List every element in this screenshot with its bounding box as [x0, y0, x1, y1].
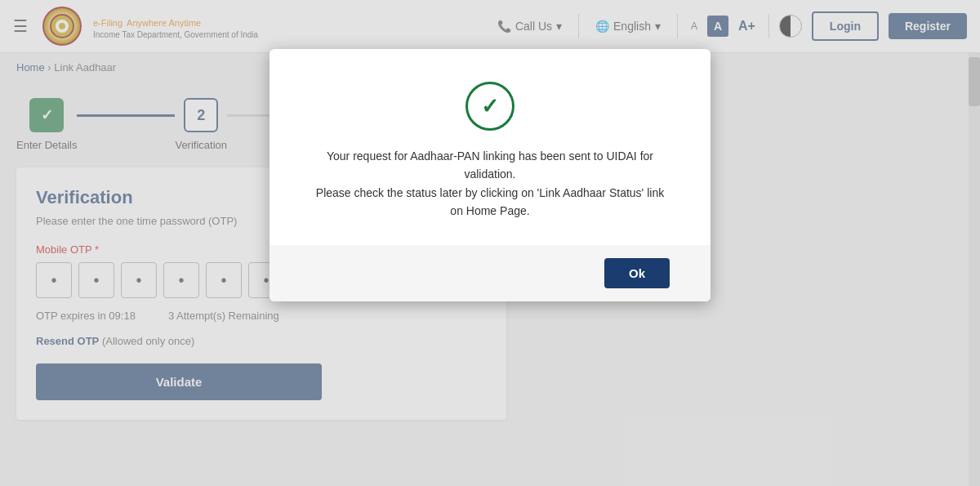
modal-ok-button[interactable]: Ok	[604, 258, 670, 288]
modal-body: ✓ Your request for Aadhaar-PAN linking h…	[270, 49, 710, 245]
modal-dialog: ✓ Your request for Aadhaar-PAN linking h…	[270, 49, 710, 301]
checkmark-icon: ✓	[481, 94, 499, 119]
modal-message: Your request for Aadhaar-PAN linking has…	[310, 147, 670, 221]
modal-success-icon: ✓	[466, 82, 514, 131]
modal-overlay: ✓ Your request for Aadhaar-PAN linking h…	[0, 0, 980, 486]
modal-footer: Ok	[270, 245, 710, 301]
